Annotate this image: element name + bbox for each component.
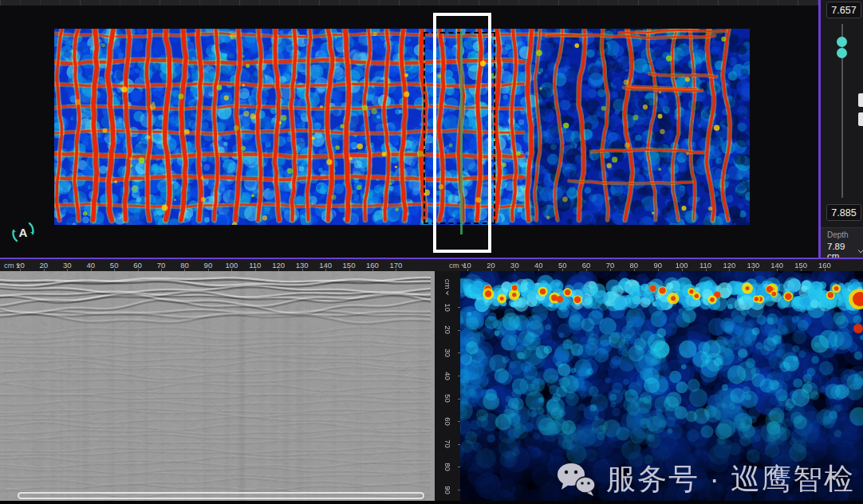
ruler-tick-label: 50 bbox=[102, 259, 125, 271]
ruler-tick-label: 30 bbox=[435, 341, 460, 364]
ruler-tick-label: 90 bbox=[646, 259, 670, 271]
rotate-view-control[interactable]: A bbox=[8, 217, 38, 247]
unit-label: cm bbox=[443, 279, 452, 289]
ruler-tick-label: 40 bbox=[526, 259, 550, 271]
b-scan-section: cm 102030405060708090 服务号 · 巡鹰智检 bbox=[0, 271, 863, 504]
ruler-tick-label: 100 bbox=[220, 259, 243, 271]
gain-slider-handle-lower[interactable] bbox=[837, 48, 847, 58]
ruler-tick-label: 30 bbox=[56, 259, 79, 271]
ruler-tick-label: 40 bbox=[435, 364, 460, 388]
top-ruler bbox=[0, 0, 818, 6]
ruler-tick-label: 150 bbox=[337, 259, 361, 271]
ruler-tick-label: 160 bbox=[361, 259, 384, 271]
wechat-icon bbox=[555, 462, 597, 497]
ruler-tick-label: 10 bbox=[9, 259, 32, 271]
vertical-ruler-ticks: 102030405060708090 bbox=[435, 296, 460, 501]
ruler-tick-label: 50 bbox=[435, 387, 460, 410]
right-ruler-ticks: 102030405060708090100110120130140150160 bbox=[455, 259, 837, 271]
horizontal-scrollbar[interactable] bbox=[18, 492, 424, 499]
ruler-tick-label: 170 bbox=[384, 259, 408, 271]
watermark: 服务号 · 巡鹰智检 bbox=[555, 459, 855, 499]
ruler-tick-label: 10 bbox=[455, 259, 479, 271]
left-horizontal-ruler: cm 1020304050607080901001101201301401501… bbox=[0, 259, 435, 271]
chevron-down-icon bbox=[857, 247, 863, 254]
ruler-tick-label: 20 bbox=[479, 259, 503, 271]
ruler-tick-label: 70 bbox=[598, 259, 622, 271]
b-scan-amplitude-pane[interactable]: 服务号 · 巡鹰智检 bbox=[460, 271, 863, 504]
gain-min-value[interactable]: 7.885 bbox=[826, 204, 861, 221]
ruler-tick-label: 160 bbox=[813, 259, 837, 271]
vertical-depth-ruler: cm 102030405060708090 bbox=[435, 271, 460, 504]
ruler-tick-label: 70 bbox=[435, 433, 460, 456]
depth-label: Depth bbox=[827, 230, 863, 239]
ruler-tick-label: 140 bbox=[313, 259, 337, 271]
ruler-tick-label: 60 bbox=[574, 259, 598, 271]
horizontal-ruler-row: cm 1020304050607080901001101201301401501… bbox=[0, 258, 863, 271]
b-scan-grayscale-pane[interactable] bbox=[0, 271, 435, 504]
depth-panel: Depth 7.89 cm bbox=[821, 227, 863, 258]
rotate-a-label: A bbox=[8, 217, 38, 247]
ruler-tick-label: 140 bbox=[765, 259, 789, 271]
right-horizontal-ruler: cm 1020304050607080901001101201301401501… bbox=[435, 259, 863, 271]
edge-marker-bottom bbox=[858, 112, 863, 126]
ruler-tick-label: 80 bbox=[435, 455, 460, 478]
ruler-tick-label: 60 bbox=[126, 259, 149, 271]
ruler-tick-label: 130 bbox=[290, 259, 313, 271]
ruler-tick-label: 20 bbox=[32, 259, 55, 271]
ruler-tick-label: 90 bbox=[196, 259, 219, 271]
ruler-tick-label: 60 bbox=[435, 410, 460, 433]
c-scan-heatmap[interactable] bbox=[54, 29, 750, 225]
ruler-tick-label: 20 bbox=[435, 319, 460, 342]
bottom-edge bbox=[0, 501, 863, 504]
gain-sidebar: 7.657 7.885 Depth 7.89 cm bbox=[821, 0, 863, 258]
left-ruler-ticks: 1020304050607080901001101201301401501601… bbox=[9, 259, 408, 271]
chevron-down-icon bbox=[447, 290, 451, 295]
ruler-tick-label: 100 bbox=[670, 259, 694, 271]
ruler-tick-label: 120 bbox=[717, 259, 741, 271]
ruler-tick-label: 120 bbox=[266, 259, 290, 271]
ruler-tick-label: 70 bbox=[149, 259, 172, 271]
ruler-tick-label: 80 bbox=[173, 259, 196, 271]
ruler-tick-label: 110 bbox=[694, 259, 718, 271]
ruler-tick-label: 130 bbox=[741, 259, 765, 271]
gain-slider-handle-upper[interactable] bbox=[837, 37, 847, 47]
ruler-tick-label: 40 bbox=[79, 259, 102, 271]
c-scan-section: A 7.657 7.885 Depth 7.89 cm bbox=[0, 0, 863, 258]
ruler-tick-label: 50 bbox=[550, 259, 574, 271]
ruler-tick-label: 90 bbox=[435, 478, 460, 502]
ruler-tick-label: 10 bbox=[435, 296, 460, 319]
edge-marker-top bbox=[858, 93, 863, 107]
gpr-analysis-app: A 7.657 7.885 Depth 7.89 cm cm bbox=[0, 0, 863, 504]
ruler-tick-label: 110 bbox=[243, 259, 266, 271]
slice-position-line bbox=[460, 30, 463, 234]
grayscale-radargram[interactable] bbox=[0, 271, 435, 501]
gain-max-value[interactable]: 7.657 bbox=[826, 2, 861, 18]
ruler-tick-label: 150 bbox=[789, 259, 813, 271]
ruler-tick-label: 30 bbox=[502, 259, 526, 271]
ruler-tick-label: 80 bbox=[622, 259, 646, 271]
watermark-text: 服务号 · 巡鹰智检 bbox=[606, 459, 855, 499]
